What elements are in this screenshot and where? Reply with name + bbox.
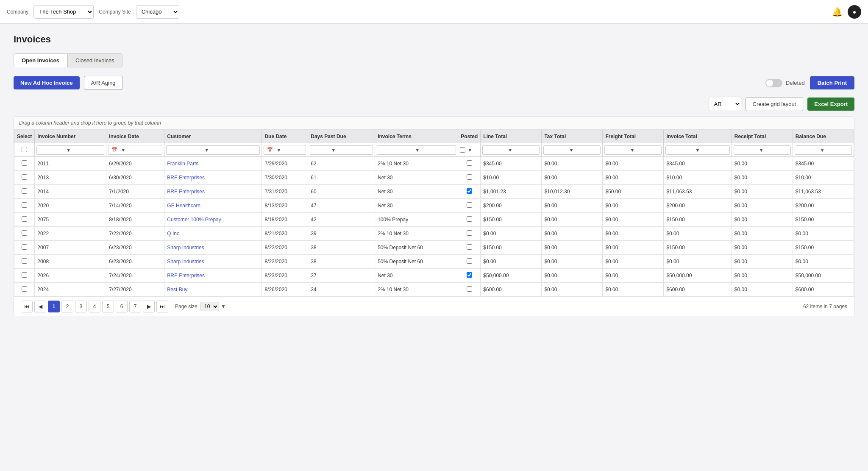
cell-customer-0[interactable]: Franklin Parts (164, 157, 262, 171)
cell-customer-1[interactable]: BRE Enterprises (164, 171, 262, 185)
filter-receipt-total-btn[interactable]: ▼ (758, 147, 765, 153)
filter-balance-due-btn[interactable]: ▼ (819, 147, 826, 153)
cell-invoice-total-4: $150.00 (664, 213, 732, 227)
page-5-btn[interactable]: 5 (102, 301, 114, 312)
table-row: 2022 7/22/2020 Q Inc. 8/21/2020 39 2% 10… (14, 227, 854, 241)
filter-customer[interactable] (168, 148, 202, 153)
top-bar-right: 🔔 ● (832, 5, 861, 19)
posted-checkbox-3[interactable] (467, 202, 472, 208)
filter-freight-total-btn[interactable]: ▼ (629, 147, 636, 153)
cell-customer-2[interactable]: BRE Enterprises (164, 185, 262, 199)
filter-invoice-number-btn[interactable]: ▼ (65, 147, 72, 153)
cell-customer-6[interactable]: Sharp Industries (164, 241, 262, 255)
filter-invoice-total[interactable] (668, 148, 693, 153)
cell-customer-8[interactable]: BRE Enterprises (164, 269, 262, 283)
row-checkbox-8[interactable] (22, 272, 27, 278)
batch-print-button[interactable]: Batch Print (810, 76, 854, 89)
cell-line-total-0: $345.00 (481, 157, 542, 171)
filter-tax-total-btn[interactable]: ▼ (568, 147, 575, 153)
filter-customer-btn[interactable]: ▼ (203, 147, 210, 153)
ar-aging-button[interactable]: A/R Aging (84, 76, 123, 90)
filter-days-past-due-btn[interactable]: ▼ (330, 147, 337, 153)
row-checkbox-3[interactable] (22, 202, 27, 208)
filter-freight-total[interactable] (606, 148, 628, 153)
posted-checkbox-8[interactable] (467, 272, 472, 278)
row-checkbox-2[interactable] (22, 188, 27, 194)
new-ad-hoc-invoice-button[interactable]: New Ad Hoc Invoice (14, 76, 80, 89)
filter-days-past-due[interactable] (312, 148, 329, 153)
ar-select[interactable]: AR (709, 97, 741, 111)
row-checkbox-9[interactable] (22, 286, 27, 292)
posted-checkbox-5[interactable] (467, 230, 472, 236)
cell-customer-4[interactable]: Customer 100% Prepay (164, 213, 262, 227)
select-all-header-checkbox[interactable] (22, 147, 27, 152)
page-prev-btn[interactable]: ◀ (34, 301, 46, 312)
posted-checkbox-6[interactable] (467, 244, 472, 250)
page-3-btn[interactable]: 3 (75, 301, 87, 312)
cell-invoice-date-3: 7/14/2020 (106, 199, 164, 213)
page-6-btn[interactable]: 6 (116, 301, 128, 312)
page-first-btn[interactable]: ⏮ (21, 301, 33, 312)
filter-invoice-number[interactable] (39, 148, 64, 153)
filter-invoice-date-btn[interactable]: ▼ (120, 147, 127, 153)
table-row: 2011 6/29/2020 Franklin Parts 7/29/2020 … (14, 157, 854, 171)
col-balance-due: Balance Due (793, 130, 854, 143)
cell-due-date-3: 8/13/2020 (262, 199, 308, 213)
filter-posted-btn[interactable]: ▼ (466, 147, 473, 153)
tabs-container: Open Invoices Closed Invoices (14, 53, 854, 67)
filter-balance-due[interactable] (797, 148, 818, 153)
deleted-toggle[interactable] (765, 79, 782, 87)
posted-checkbox-9[interactable] (467, 286, 472, 292)
cell-invoice-terms-3: Net 30 (375, 199, 458, 213)
posted-checkbox-1[interactable] (467, 174, 472, 180)
cell-customer-7[interactable]: Sharp Industries (164, 255, 262, 269)
page-4-btn[interactable]: 4 (89, 301, 100, 312)
tab-closed-invoices[interactable]: Closed Invoices (67, 53, 122, 67)
filter-tax-total[interactable] (545, 148, 567, 153)
posted-checkbox-0[interactable] (467, 160, 472, 166)
row-checkbox-0[interactable] (22, 160, 27, 166)
page-last-btn[interactable]: ⏭ (156, 301, 168, 312)
posted-checkbox-2[interactable] (467, 188, 472, 194)
cell-invoice-total-0: $345.00 (664, 157, 732, 171)
row-checkbox-5[interactable] (22, 230, 27, 236)
filter-invoice-total-btn[interactable]: ▼ (694, 147, 701, 153)
tab-open-invoices[interactable]: Open Invoices (14, 53, 67, 67)
drag-hint: Drag a column header and drop it here to… (14, 117, 854, 130)
cell-invoice-number-6: 2007 (35, 241, 106, 255)
posted-checkbox-4[interactable] (467, 216, 472, 222)
filter-receipt-total[interactable] (736, 148, 757, 153)
page-size-select[interactable]: 10 (200, 302, 219, 311)
site-select[interactable]: Chicago (136, 5, 179, 19)
cell-posted-1 (458, 171, 481, 185)
filter-line-total-btn[interactable]: ▼ (506, 147, 514, 153)
cell-customer-5[interactable]: Q Inc. (164, 227, 262, 241)
filter-invoice-date-cal[interactable]: 📅 (110, 147, 119, 153)
filter-line-total[interactable] (484, 148, 506, 153)
filter-invoice-terms-btn[interactable]: ▼ (414, 147, 421, 153)
page-7-btn[interactable]: 7 (129, 301, 141, 312)
page-next-btn[interactable]: ▶ (143, 301, 155, 312)
row-checkbox-4[interactable] (22, 216, 27, 222)
row-checkbox-7[interactable] (22, 258, 27, 264)
table-row: 2008 6/23/2020 Sharp Industries 8/22/202… (14, 255, 854, 269)
excel-export-button[interactable]: Excel Export (807, 98, 854, 111)
row-checkbox-1[interactable] (22, 174, 27, 180)
page-2-btn[interactable]: 2 (61, 301, 73, 312)
cell-customer-3[interactable]: GE Healthcare (164, 199, 262, 213)
grid-container: Drag a column header and drop it here to… (14, 116, 854, 316)
posted-checkbox-7[interactable] (467, 258, 472, 264)
row-checkbox-6[interactable] (22, 244, 27, 250)
filter-posted-checkbox[interactable] (460, 147, 465, 153)
cell-invoice-date-7: 6/23/2020 (106, 255, 164, 269)
cell-customer-9[interactable]: Best Buy (164, 283, 262, 297)
filter-invoice-terms[interactable] (379, 148, 413, 153)
page-1-btn[interactable]: 1 (48, 301, 60, 312)
create-grid-layout-button[interactable]: Create grid layout (746, 97, 804, 111)
filter-due-date-cal[interactable]: 📅 (266, 147, 274, 153)
company-select[interactable]: The Tech Shop (33, 5, 94, 19)
filter-due-date-btn[interactable]: ▼ (275, 147, 282, 153)
cell-receipt-total-6: $0.00 (732, 241, 793, 255)
notification-bell-icon[interactable]: 🔔 (832, 7, 843, 17)
avatar[interactable]: ● (848, 5, 861, 19)
